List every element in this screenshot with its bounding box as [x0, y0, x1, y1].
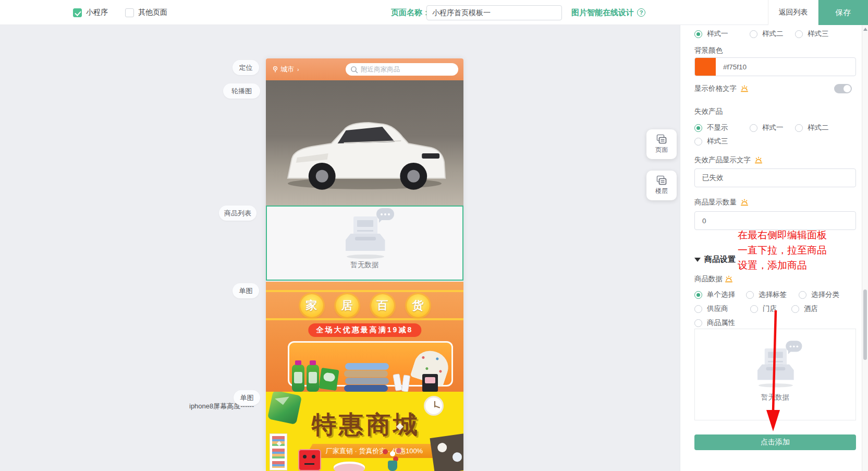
radio-supplier[interactable]: 供应商	[694, 304, 750, 313]
badge-char-4: 货	[407, 294, 430, 317]
radio-single-select[interactable]: 单个选择	[694, 290, 746, 299]
radio-style-2[interactable]: 样式二	[750, 29, 795, 39]
goods-settings-title: 商品设置	[704, 255, 736, 264]
detergent-pack-icon	[319, 368, 339, 391]
other-pages-checkbox[interactable]: 其他页面	[125, 0, 167, 25]
component-label-single-image-2[interactable]: 单图	[234, 390, 260, 405]
speech-bubble-dots-icon	[376, 208, 394, 220]
radio-style-3[interactable]: 样式三	[795, 29, 829, 39]
component-label-single-image-1[interactable]: 单图	[233, 283, 259, 298]
pillow-icon	[267, 392, 302, 425]
goods-data-label-row: 商品数据	[694, 274, 733, 284]
invalid-text-label-row: 失效产品显示文字	[694, 155, 763, 165]
radio-store[interactable]: 门店	[750, 304, 791, 313]
alarm-icon	[740, 84, 749, 93]
radio-product-attribute[interactable]: 商品属性	[694, 318, 735, 328]
radio-invalid-style-1[interactable]: 样式一	[750, 123, 795, 132]
goods-empty-state: 暂无数据	[694, 329, 856, 420]
clock-icon	[424, 396, 444, 416]
detergent-bottle-icon	[292, 365, 304, 392]
city-label: 城市	[280, 65, 294, 74]
checkbox-checked-icon[interactable]	[73, 8, 82, 17]
radio-style-1[interactable]: 样式一	[694, 29, 750, 39]
no-data-text: 暂无数据	[351, 260, 379, 270]
component-label-carousel[interactable]: 轮播图	[223, 83, 260, 99]
mall-subtitle-ribbon: 厂家直销 · 货真价实 · 优惠100%	[309, 444, 440, 458]
scrollbar-thumb[interactable]	[863, 289, 867, 360]
invalid-text-input[interactable]	[694, 168, 856, 187]
show-price-toggle[interactable]	[834, 84, 852, 93]
household-badges: 家 居 百 货	[266, 294, 463, 317]
mall-title: 特惠商城	[312, 408, 420, 441]
tutorial-annotation-text: 在最右侧即编辑面板 一直下拉，拉至商品 设置，添加商品	[738, 227, 827, 273]
radio-select-tag[interactable]: 选择标签	[746, 290, 799, 299]
radio-invalid-hide[interactable]: 不显示	[694, 123, 750, 132]
bg-color-picker[interactable]: #f75f10	[694, 57, 856, 76]
chevron-right-icon: ›	[297, 66, 299, 73]
color-hex-value: #f75f10	[723, 63, 747, 71]
invalid-text-label: 失效产品显示文字	[694, 155, 751, 165]
component-label-product-list[interactable]: 商品列表	[219, 206, 256, 221]
floor-settings-button[interactable]: 楼层	[646, 171, 677, 200]
page-scrollbar[interactable]	[862, 25, 868, 471]
collapse-triangle-icon	[694, 258, 701, 262]
invalid-product-label-row: 失效产品	[694, 107, 723, 116]
single-image-banner-household[interactable]: 家 居 百 货 全场大优惠最高满19减8	[266, 282, 463, 392]
radio-invalid-style-3[interactable]: 样式三	[694, 137, 728, 146]
detergent-bottle-icon	[307, 365, 319, 392]
alarm-icon	[740, 198, 749, 207]
floor-button-label: 楼层	[655, 187, 668, 196]
page-button-label: 页面	[655, 146, 668, 154]
mini-program-label: 小程序	[86, 8, 108, 17]
single-image-banner-mall[interactable]: 特惠商城 厂家直销 · 货真价实 · 优惠100%	[266, 392, 463, 471]
smart-design-link[interactable]: 图片智能在线设计	[571, 0, 645, 25]
show-price-row: 显示价格文字	[694, 84, 749, 93]
location-search-component[interactable]: 城市 ›	[266, 58, 463, 80]
radio-invalid-style-2[interactable]: 样式二	[795, 123, 829, 132]
top-toolbar: 小程序 其他页面 页面名称： 图片智能在线设计 返回列表 保存	[0, 0, 868, 25]
merchant-search-input-wrap[interactable]	[346, 63, 458, 76]
click-to-add-button[interactable]: 点击添加	[694, 434, 856, 450]
quantity-label-row: 商品显示数量	[694, 198, 749, 207]
city-selector[interactable]: 城市 ›	[272, 65, 299, 74]
save-button[interactable]: 保存	[818, 0, 868, 25]
edit-panel: 样式一 样式二 样式三 背景颜色 #f75f10 显示价格文字 失效产品 不显示	[680, 25, 868, 471]
checkbox-unchecked-icon[interactable]	[125, 8, 134, 17]
other-pages-label: 其他页面	[138, 8, 167, 17]
merchant-search-input[interactable]	[361, 66, 444, 73]
radio-select-category[interactable]: 选择分类	[799, 290, 839, 299]
back-to-list-button[interactable]: 返回列表	[768, 0, 818, 25]
quantity-label: 商品显示数量	[694, 198, 737, 207]
search-icon	[350, 66, 358, 74]
robot-toy-icon	[298, 449, 321, 471]
empty-inbox-illustration	[752, 348, 798, 384]
goods-settings-section-header[interactable]: 商品设置	[694, 255, 736, 264]
badge-char-1: 家	[300, 294, 323, 317]
no-data-text: 暂无数据	[761, 393, 789, 402]
mini-program-checkbox[interactable]: 小程序	[73, 0, 108, 25]
badge-char-3: 百	[371, 294, 394, 317]
empty-inbox-illustration	[340, 216, 390, 255]
help-question-icon[interactable]	[637, 8, 645, 17]
component-label-positioning[interactable]: 定位	[233, 60, 259, 75]
show-price-label: 显示价格文字	[694, 84, 737, 93]
flower-vase-icon	[381, 449, 404, 471]
scroll-up-arrow-icon[interactable]	[863, 28, 867, 31]
invalid-product-radio-row-2: 样式三	[694, 137, 728, 146]
serving-board-icon	[430, 433, 463, 471]
badge-char-2: 居	[336, 294, 359, 317]
bg-color-label: 背景颜色	[694, 46, 723, 55]
bg-color-label-row: 背景颜色	[694, 46, 723, 55]
product-list-component-selected[interactable]: 暂无数据	[266, 206, 463, 281]
carousel-banner-car-image[interactable]	[266, 80, 463, 206]
goods-source-radio-row-3: 商品属性	[694, 318, 735, 328]
goods-data-label: 商品数据	[694, 274, 723, 284]
page-settings-button[interactable]: 页面	[646, 129, 677, 159]
page-name-input[interactable]	[426, 5, 562, 20]
color-swatch-orange[interactable]	[695, 58, 716, 76]
gift-pack-icon	[422, 374, 438, 392]
white-sports-car-illustration	[266, 80, 463, 206]
phone-preview: 城市 › 暂无数据	[266, 58, 463, 471]
radio-hotel[interactable]: 酒店	[791, 304, 818, 313]
towel-stack-icon	[345, 363, 389, 370]
